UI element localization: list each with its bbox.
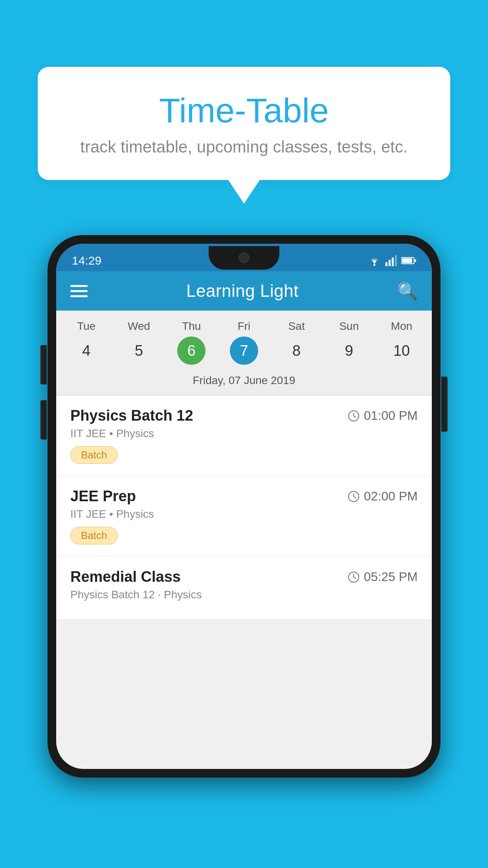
day-cell-sun[interactable]: Sun 9 [324, 320, 374, 365]
day-name-thu: Thu [182, 320, 201, 333]
schedule-item-3-title: Remedial Class [70, 568, 181, 585]
phone-screen: 14:29 [56, 244, 432, 769]
day-num-tue: 4 [72, 337, 101, 365]
bubble-title: Time-Table [69, 90, 419, 131]
hamburger-line-3 [70, 295, 88, 297]
phone-mockup: 14:29 [48, 235, 440, 778]
svg-rect-1 [385, 262, 387, 266]
day-cell-thu[interactable]: Thu 6 [166, 320, 216, 365]
day-num-sun: 9 [335, 337, 363, 365]
day-name-mon: Mon [391, 320, 412, 333]
svg-rect-2 [389, 260, 391, 266]
svg-line-10 [354, 416, 356, 417]
schedule-item-2[interactable]: JEE Prep 02:00 PM IIT JEE • Physics Batc… [56, 476, 432, 557]
clock-icon-3 [347, 571, 360, 583]
app-bar: Learning Light 🔍 [56, 271, 432, 311]
day-name-sun: Sun [339, 320, 359, 333]
speech-bubble: Time-Table track timetable, upcoming cla… [38, 67, 450, 180]
schedule-item-2-title: JEE Prep [70, 488, 136, 505]
svg-rect-6 [402, 258, 412, 263]
bubble-subtitle: track timetable, upcoming classes, tests… [69, 138, 419, 156]
schedule-item-2-header: JEE Prep 02:00 PM [70, 488, 418, 505]
signal-icon [385, 255, 397, 266]
schedule-item-2-badge: Batch [70, 527, 118, 544]
clock-icon-1 [347, 410, 360, 422]
day-num-fri: 7 [230, 337, 258, 365]
phone-notch [209, 246, 279, 270]
clock-icon-2 [347, 490, 360, 503]
day-cell-mon[interactable]: Mon 10 [376, 320, 427, 365]
battery-icon [401, 257, 416, 265]
app-bar-title: Learning Light [186, 281, 299, 301]
day-cell-tue[interactable]: Tue 4 [61, 320, 112, 365]
status-time: 14:29 [72, 254, 101, 267]
svg-rect-7 [415, 259, 416, 262]
schedule-item-1[interactable]: Physics Batch 12 01:00 PM IIT JEE • Phys… [56, 395, 432, 476]
day-num-mon: 10 [387, 337, 416, 365]
schedule-item-1-header: Physics Batch 12 01:00 PM [70, 407, 418, 424]
schedule-item-2-time: 02:00 PM [347, 489, 418, 504]
day-num-sat: 8 [283, 337, 311, 365]
schedule-item-1-badge: Batch [70, 446, 118, 464]
day-cell-wed[interactable]: Wed 5 [114, 320, 164, 365]
phone-side-button-volume-down [40, 400, 47, 440]
day-num-thu: 6 [177, 337, 205, 365]
phone-side-button-power [441, 377, 448, 432]
calendar-selected-date: Friday, 07 June 2019 [60, 368, 428, 395]
schedule-item-2-sub: IIT JEE • Physics [70, 508, 418, 520]
hamburger-line-1 [70, 285, 88, 287]
schedule-list: Physics Batch 12 01:00 PM IIT JEE • Phys… [56, 395, 432, 620]
schedule-item-3-header: Remedial Class 05:25 PM [70, 568, 418, 585]
wifi-icon [367, 255, 382, 266]
schedule-item-3-time: 05:25 PM [347, 570, 418, 584]
speech-bubble-section: Time-Table track timetable, upcoming cla… [38, 67, 450, 204]
svg-line-13 [354, 497, 356, 498]
phone-frame: 14:29 [48, 235, 440, 778]
day-cell-fri[interactable]: Fri 7 [219, 320, 269, 365]
day-cell-sat[interactable]: Sat 8 [272, 320, 322, 365]
calendar-day-row: Tue 4 Wed 5 Thu 6 Fri 7 [60, 320, 428, 368]
phone-camera [238, 252, 250, 263]
svg-line-16 [354, 577, 356, 579]
schedule-item-1-title: Physics Batch 12 [70, 407, 193, 424]
day-name-wed: Wed [128, 320, 150, 333]
day-name-sat: Sat [288, 320, 305, 333]
svg-rect-4 [395, 255, 397, 266]
day-name-fri: Fri [238, 320, 251, 333]
status-icons [367, 255, 416, 266]
day-num-wed: 5 [125, 337, 153, 365]
hamburger-menu[interactable] [70, 285, 88, 297]
svg-point-0 [374, 264, 376, 266]
calendar-strip: Tue 4 Wed 5 Thu 6 Fri 7 [56, 311, 432, 395]
hamburger-line-2 [70, 290, 88, 292]
schedule-item-3-sub: Physics Batch 12 · Physics [70, 588, 418, 601]
svg-rect-3 [392, 257, 394, 266]
schedule-item-1-sub: IIT JEE • Physics [70, 427, 418, 440]
schedule-item-1-time: 01:00 PM [347, 408, 418, 423]
day-name-tue: Tue [77, 320, 95, 333]
bubble-arrow [228, 180, 260, 204]
schedule-item-3[interactable]: Remedial Class 05:25 PM Physics Batch 12… [56, 557, 432, 620]
phone-side-button-volume-up [40, 345, 47, 384]
search-icon[interactable]: 🔍 [397, 281, 418, 301]
